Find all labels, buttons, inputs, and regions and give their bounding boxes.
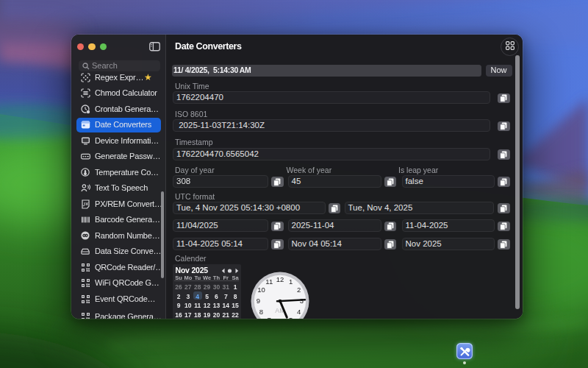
svg-text:5: 5 <box>289 315 293 319</box>
svg-text:11: 11 <box>265 277 273 286</box>
svg-text:6: 6 <box>278 318 282 319</box>
svg-text:4: 4 <box>296 307 300 315</box>
svg-text:1: 1 <box>289 277 293 286</box>
svg-text:2: 2 <box>296 286 300 294</box>
svg-text:7: 7 <box>267 315 270 319</box>
svg-text:8: 8 <box>259 307 262 315</box>
svg-text:12: 12 <box>276 275 284 283</box>
svg-text:10: 10 <box>257 286 265 294</box>
svg-text:9: 9 <box>256 297 259 305</box>
